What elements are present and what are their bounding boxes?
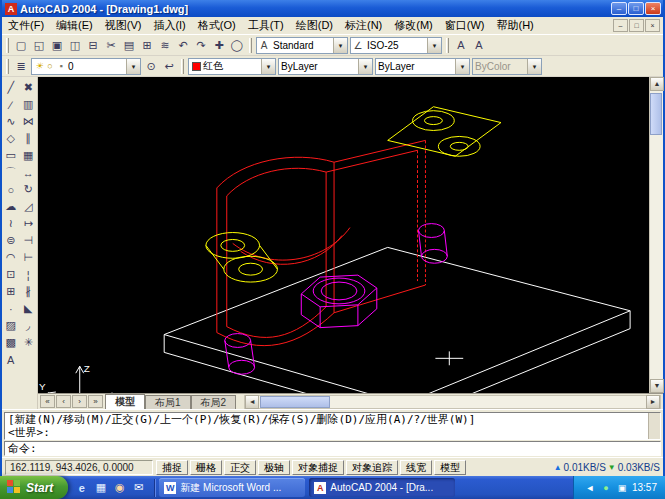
plot-icon[interactable]: ◫ [66,36,84,54]
close-button[interactable]: × [645,2,661,15]
doc-minimize-button[interactable]: – [613,19,628,32]
status-toggle-button[interactable]: 模型 [434,460,466,475]
move-icon[interactable]: ↔ [20,164,37,181]
dim-style-combo[interactable]: ∠ ISO-25 ▾ [350,37,442,54]
arc-icon[interactable]: ⌒ [2,164,19,181]
mtext-icon[interactable]: A [2,351,19,368]
doc-restore-button[interactable]: □ [629,19,644,32]
antivirus-icon[interactable]: ● [600,482,612,494]
command-input[interactable]: 命令: [4,441,661,456]
make-object-layer-current-icon[interactable]: ⊙ [142,57,160,75]
insert-block-icon[interactable]: ⊡ [2,266,19,283]
chevron-down-icon[interactable]: ▾ [358,59,372,74]
break-at-point-icon[interactable]: ¦ [20,266,37,283]
toolbar-grip[interactable] [446,38,449,53]
horizontal-scroll-track[interactable] [259,396,646,408]
tab-model[interactable]: 模型 [105,394,145,409]
menu-item[interactable]: 修改(M) [388,17,439,34]
menu-item[interactable]: 帮助(H) [491,17,540,34]
scale-icon[interactable]: ◿ [20,198,37,215]
rectangle-icon[interactable]: ▭ [2,147,19,164]
layer-on-icon[interactable]: ☀ [34,61,44,71]
polygon-icon[interactable]: ◇ [2,130,19,147]
tab-nav-button[interactable]: « [40,395,55,408]
redo-icon[interactable]: ↷ [192,36,210,54]
toolbar-grip[interactable] [6,38,9,53]
layer-previous-icon[interactable]: ↩ [160,57,178,75]
chevron-down-icon[interactable]: ▾ [333,38,347,53]
linetype-combo[interactable]: ByLayer ▾ [278,58,373,75]
toolbar-grip[interactable] [6,59,9,74]
toolbar-grip[interactable] [181,59,184,74]
text-style-combo[interactable]: A Standard ▾ [256,37,348,54]
scroll-down-icon[interactable]: ▼ [650,379,664,393]
zoom-realtime-icon[interactable]: ◯ [228,36,246,54]
taskbar-task-word[interactable]: W 新建 Microsoft Word ... [159,478,305,497]
layers-dialog-icon[interactable]: ≣ [12,57,30,75]
command-history[interactable]: [新建(N)/移动(M)/正交(G)/上一个(P)/恢复(R)/保存(S)/删除… [4,412,661,440]
status-toggle-button[interactable]: 对象追踪 [346,460,398,475]
menu-item[interactable]: 绘图(D) [290,17,339,34]
menu-item[interactable]: 窗口(W) [439,17,491,34]
vertical-scroll-thumb[interactable] [650,93,662,135]
break-icon[interactable]: ∦ [20,283,37,300]
chevron-down-icon[interactable]: ▾ [455,59,469,74]
trim-icon[interactable]: ⊣ [20,232,37,249]
stretch-icon[interactable]: ↦ [20,215,37,232]
array-icon[interactable]: ▦ [20,147,37,164]
dim-style-manager-icon[interactable]: A [470,36,488,54]
ime-icon[interactable]: ▣ [616,482,628,494]
status-toggle-button[interactable]: 正交 [224,460,256,475]
status-toggle-button[interactable]: 栅格 [190,460,222,475]
mirror-icon[interactable]: ⋈ [20,113,37,130]
layer-unlock-icon[interactable]: ▪ [56,61,66,71]
menu-item[interactable]: 编辑(E) [50,17,99,34]
explode-icon[interactable]: ✳ [20,334,37,351]
status-toggle-button[interactable]: 极轴 [258,460,290,475]
copy-object-icon[interactable]: ▥ [20,96,37,113]
taskbar-task-autocad[interactable]: A AutoCAD 2004 - [Dra... [309,478,455,497]
scroll-right-icon[interactable]: ► [646,395,660,409]
tab-nav-button[interactable]: » [88,395,103,408]
minimize-button[interactable]: – [611,2,627,15]
chevron-down-icon[interactable]: ▾ [126,59,140,74]
doc-close-button[interactable]: × [645,19,660,32]
status-toggle-button[interactable]: 捕捉 [156,460,188,475]
volume-icon[interactable]: ◄ [584,482,596,494]
fillet-icon[interactable]: ◞ [20,317,37,334]
lineweight-combo[interactable]: ByLayer ▾ [375,58,470,75]
line-icon[interactable]: ╱ [2,79,19,96]
ellipse-arc-icon[interactable]: ◠ [2,249,19,266]
toolbar-grip[interactable] [249,38,252,53]
erase-icon[interactable]: ✖ [20,79,37,96]
status-toggle-button[interactable]: 线宽 [400,460,432,475]
menu-item[interactable]: 格式(O) [192,17,242,34]
make-block-icon[interactable]: ⊞ [2,283,19,300]
scroll-left-icon[interactable]: ◄ [245,395,259,409]
app-icon[interactable]: A [5,3,17,15]
media-player-icon[interactable]: ◉ [112,480,127,495]
maximize-button[interactable]: □ [628,2,644,15]
tab-layout2[interactable]: 布局2 [191,395,237,409]
vertical-scroll-track[interactable] [650,91,663,379]
scroll-up-icon[interactable]: ▲ [650,77,664,91]
start-button[interactable]: Start [0,476,68,499]
chevron-down-icon[interactable]: ▾ [261,59,275,74]
taskbar-clock[interactable]: 13:57 [632,482,657,493]
menu-item[interactable]: 视图(V) [99,17,148,34]
undo-icon[interactable]: ↶ [174,36,192,54]
drawing-canvas[interactable]: Z X Y [38,77,649,393]
menu-item[interactable]: 插入(I) [147,17,191,34]
text-style-manager-icon[interactable]: A [452,36,470,54]
drawing-viewport[interactable]: Z X Y [38,77,649,393]
layer-thaw-icon[interactable]: ○ [45,61,55,71]
command-scrollbar[interactable] [648,413,660,439]
polyline-icon[interactable]: ∿ [2,113,19,130]
match-properties-icon[interactable]: ≋ [156,36,174,54]
tab-nav-button[interactable]: ‹ [56,395,71,408]
plot-preview-icon[interactable]: ⊟ [84,36,102,54]
revision-cloud-icon[interactable]: ☁ [2,198,19,215]
mail-icon[interactable]: ✉ [131,480,146,495]
ie-icon[interactable]: e [74,480,89,495]
status-toggle-button[interactable]: 对象捕捉 [292,460,344,475]
